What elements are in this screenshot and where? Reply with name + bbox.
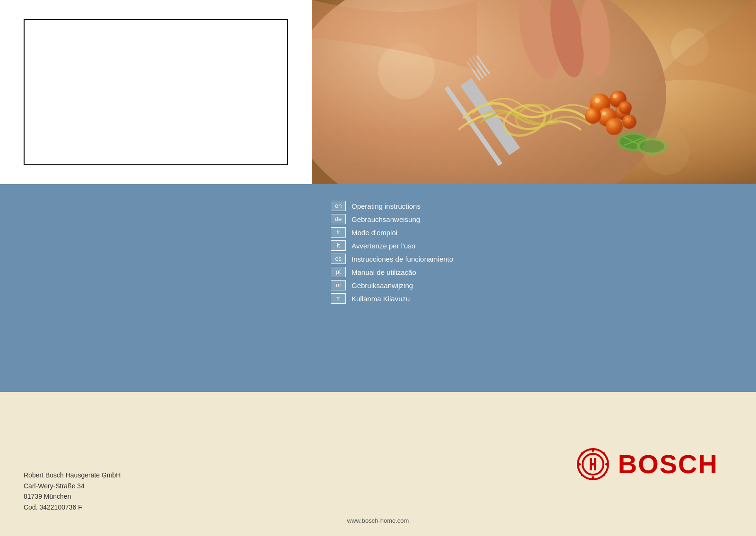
bosch-brand-text: BOSCH [618, 449, 718, 479]
lang-text-it: Avvertenze per l'uso [352, 242, 415, 250]
language-item-en: enOperating instructions [331, 201, 737, 211]
svg-rect-45 [590, 463, 596, 465]
language-section: enOperating instructionsdeGebrauchsanwei… [312, 184, 756, 392]
svg-point-40 [602, 452, 605, 454]
language-list: enOperating instructionsdeGebrauchsanwei… [331, 201, 737, 304]
food-illustration [312, 0, 756, 184]
logo-section: BOSCH [312, 392, 756, 536]
left-top-white-section [0, 0, 312, 184]
lang-text-en: Operating instructions [352, 202, 421, 210]
left-bottom-cream-section: Robert Bosch Hausgeräte GmbH Carl-Wery-S… [0, 392, 312, 536]
svg-point-21 [595, 98, 600, 103]
address-line-3: 81739 München [24, 491, 288, 502]
svg-point-39 [581, 452, 583, 454]
lang-text-fr: Mode d'emploi [352, 229, 397, 237]
lang-text-nl: Gebruiksaanwijzing [352, 281, 413, 289]
content-box-outline [24, 19, 288, 165]
lang-code-pt: pt [331, 267, 346, 277]
left-middle-blue-section [0, 184, 312, 392]
footer-website: www.bosch-home.com [347, 517, 409, 524]
lang-code-en: en [331, 201, 346, 211]
svg-point-23 [602, 111, 606, 115]
svg-point-42 [602, 474, 605, 476]
bosch-logo: BOSCH [576, 448, 718, 481]
food-background [312, 0, 756, 184]
lang-code-it: it [331, 240, 346, 251]
language-item-it: itAvvertenze per l'uso [331, 240, 737, 251]
lang-code-tr: tr [331, 293, 346, 304]
address-line-4: Cod. 3422100736 F [24, 502, 288, 512]
svg-point-20 [619, 101, 632, 114]
lang-code-es: es [331, 254, 346, 264]
language-item-de: deGebrauchsanweisung [331, 214, 737, 224]
lang-code-nl: nl [331, 280, 346, 290]
food-photo-section [312, 0, 756, 184]
address-line-1: Robert Bosch Hausgeräte GmbH [24, 470, 288, 480]
language-item-tr: trKullanma Kilavuzu [331, 293, 737, 304]
lang-text-es: Instrucciones de funcionamiento [352, 255, 453, 263]
language-item-nl: nlGebruiksaanwijzing [331, 280, 737, 290]
address-line-2: Carl-Wery-Straße 34 [24, 481, 288, 491]
svg-point-19 [585, 108, 601, 124]
svg-point-32 [643, 128, 690, 175]
right-panel: enOperating instructionsdeGebrauchsanwei… [312, 0, 756, 536]
lang-code-de: de [331, 214, 346, 224]
left-panel: Robert Bosch Hausgeräte GmbH Carl-Wery-S… [0, 0, 312, 536]
svg-point-17 [606, 118, 623, 135]
svg-point-22 [613, 94, 617, 98]
language-item-pt: ptManual de utilização [331, 267, 737, 277]
svg-point-41 [581, 474, 583, 476]
lang-text-de: Gebrauchsanweisung [352, 215, 420, 223]
lang-text-pt: Manual de utilização [352, 268, 416, 276]
bosch-ring-icon [576, 448, 610, 481]
language-item-fr: frMode d'emploi [331, 227, 737, 238]
address-block: Robert Bosch Hausgeräte GmbH Carl-Wery-S… [24, 470, 288, 512]
lang-text-tr: Kullanma Kilavuzu [352, 295, 410, 303]
svg-point-18 [622, 115, 636, 129]
lang-code-fr: fr [331, 227, 346, 238]
language-item-es: esInstrucciones de funcionamiento [331, 254, 737, 264]
